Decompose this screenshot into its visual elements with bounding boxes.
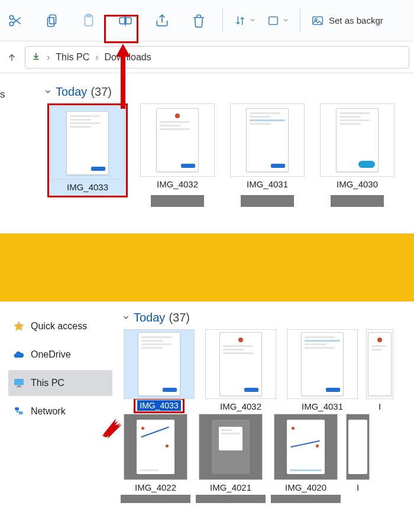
breadcrumb-row: › This PC › Downloads bbox=[0, 41, 414, 73]
scissors-icon bbox=[8, 13, 23, 28]
file-thumbnail bbox=[124, 414, 187, 480]
file-thumbnail bbox=[205, 329, 276, 399]
cloud-icon bbox=[13, 349, 25, 361]
file-name: I bbox=[379, 399, 381, 414]
lower-content: Today (37) IMG_4033 IMG_4032 IMG_4031 I bbox=[112, 301, 414, 532]
file-name: IMG_4020 bbox=[285, 480, 326, 495]
file-item[interactable]: IMG_4021 bbox=[196, 414, 266, 503]
file-thumbnail bbox=[274, 414, 338, 480]
file-item[interactable]: IMG_4032 bbox=[202, 329, 279, 414]
partial-thumbnail bbox=[196, 495, 266, 503]
monitor-icon bbox=[13, 377, 25, 389]
set-background-button[interactable]: Set as backgr bbox=[311, 14, 383, 27]
file-grid: IMG_4033 IMG_4032 IMG_4031 IMG_4030 bbox=[0, 103, 414, 207]
file-item-selected[interactable]: IMG_4033 bbox=[46, 103, 129, 207]
file-item[interactable]: IMG_4032 bbox=[136, 103, 219, 207]
cut-button[interactable] bbox=[2, 8, 28, 34]
file-item[interactable]: IMG_4031 bbox=[284, 329, 361, 414]
section-label: Today bbox=[56, 85, 87, 99]
file-thumbnail bbox=[230, 103, 305, 177]
file-item-renaming[interactable]: IMG_4033 bbox=[121, 329, 198, 414]
section-header-today[interactable]: Today (37) bbox=[44, 85, 414, 99]
sidebar-fragment: s bbox=[0, 89, 13, 100]
chevron-down-icon bbox=[282, 15, 289, 26]
toolbar-separator bbox=[300, 9, 300, 33]
file-item-partial[interactable]: I bbox=[346, 414, 370, 503]
file-name: IMG_4033 bbox=[67, 180, 108, 194]
file-name: IMG_4030 bbox=[337, 177, 378, 192]
chevron-down-icon bbox=[249, 15, 256, 26]
svg-rect-2 bbox=[50, 15, 56, 24]
file-thumbnail bbox=[50, 106, 125, 180]
partial-thumbnail bbox=[151, 195, 204, 207]
lower-panel: Quick access OneDrive This PC Network To… bbox=[0, 301, 414, 532]
file-grid-row2: IMG_4022 IMG_4021 IMG_4020 I bbox=[112, 414, 414, 503]
section-count: (37) bbox=[90, 85, 112, 99]
file-name: IMG_4032 bbox=[220, 399, 261, 414]
up-button[interactable] bbox=[5, 50, 19, 64]
sidebar-item-quick-access[interactable]: Quick access bbox=[8, 313, 112, 339]
sort-dropdown[interactable] bbox=[234, 14, 256, 27]
view-icon bbox=[267, 14, 280, 27]
partial-thumbnail bbox=[331, 195, 384, 207]
file-item[interactable]: IMG_4022 bbox=[121, 414, 190, 503]
section-label: Today bbox=[134, 311, 165, 325]
set-background-label: Set as backgr bbox=[329, 15, 383, 25]
file-thumbnail bbox=[346, 414, 370, 480]
sidebar-label: Network bbox=[31, 406, 66, 417]
file-thumbnail bbox=[124, 329, 195, 399]
picture-icon bbox=[311, 14, 324, 27]
rename-icon bbox=[118, 13, 133, 28]
svg-rect-3 bbox=[47, 17, 54, 26]
copy-button[interactable] bbox=[39, 8, 65, 34]
breadcrumb-downloads[interactable]: Downloads bbox=[105, 52, 151, 63]
yellow-separator-band bbox=[0, 233, 414, 301]
file-thumbnail bbox=[287, 329, 358, 399]
share-icon bbox=[154, 13, 170, 28]
clipboard-icon bbox=[81, 13, 96, 28]
sidebar-item-network[interactable]: Network bbox=[8, 398, 112, 424]
sort-icon bbox=[234, 14, 247, 27]
toolbar-separator bbox=[222, 9, 223, 33]
breadcrumb-this-pc[interactable]: This PC bbox=[56, 52, 89, 63]
sidebar-label: This PC bbox=[31, 378, 64, 388]
rename-highlight-box: IMG_4033 bbox=[134, 398, 184, 413]
section-header-today[interactable]: Today (37) bbox=[122, 311, 414, 325]
toolbar: Set as backgr bbox=[0, 0, 414, 41]
view-dropdown[interactable] bbox=[267, 14, 289, 27]
delete-button[interactable] bbox=[186, 8, 212, 34]
trash-icon bbox=[191, 13, 206, 28]
svg-rect-8 bbox=[269, 17, 278, 24]
file-name: I bbox=[357, 480, 359, 495]
file-item-partial[interactable]: I bbox=[366, 329, 394, 414]
sidebar-item-this-pc[interactable]: This PC bbox=[8, 370, 112, 396]
svg-rect-15 bbox=[17, 387, 21, 387]
arrow-up-icon bbox=[7, 52, 17, 63]
file-item[interactable]: IMG_4031 bbox=[226, 103, 309, 207]
download-icon bbox=[31, 51, 41, 63]
file-name: IMG_4022 bbox=[135, 480, 176, 495]
paste-button[interactable] bbox=[76, 8, 102, 34]
breadcrumb[interactable]: › This PC › Downloads bbox=[25, 46, 409, 69]
rename-input[interactable]: IMG_4033 bbox=[137, 400, 180, 411]
chevron-down-icon bbox=[44, 85, 52, 99]
breadcrumb-separator: › bbox=[47, 52, 50, 63]
partial-thumbnail bbox=[241, 195, 294, 207]
file-item[interactable]: IMG_4030 bbox=[316, 103, 399, 207]
file-thumbnail bbox=[140, 103, 215, 177]
file-name: IMG_4031 bbox=[302, 399, 343, 414]
section-count: (37) bbox=[169, 311, 190, 325]
partial-thumbnail bbox=[271, 495, 341, 503]
rename-button[interactable] bbox=[112, 8, 138, 34]
file-thumbnail bbox=[199, 414, 263, 480]
file-name: IMG_4032 bbox=[157, 177, 198, 192]
file-item[interactable]: IMG_4020 bbox=[271, 414, 341, 503]
svg-rect-16 bbox=[15, 407, 19, 410]
sidebar-item-onedrive[interactable]: OneDrive bbox=[8, 342, 112, 368]
file-thumbnail bbox=[366, 329, 393, 399]
sidebar-label: Quick access bbox=[31, 321, 87, 332]
svg-rect-14 bbox=[18, 385, 21, 387]
partial-thumbnail bbox=[121, 495, 190, 503]
share-button[interactable] bbox=[149, 8, 175, 34]
file-name: IMG_4031 bbox=[247, 177, 288, 192]
